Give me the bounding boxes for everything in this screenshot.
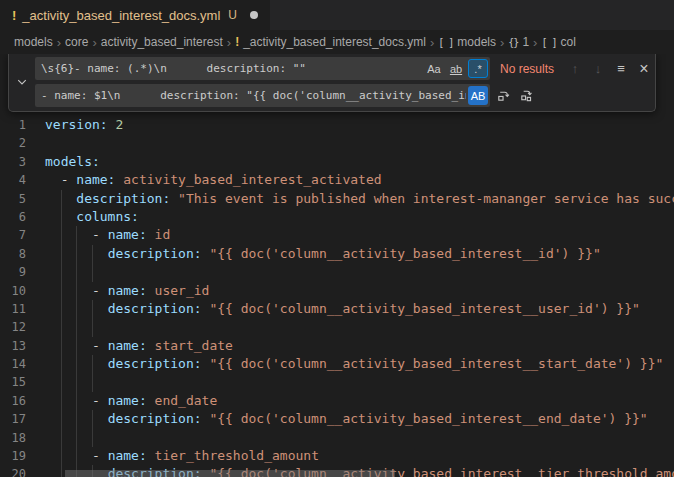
replace-all-button[interactable] bbox=[516, 86, 536, 106]
line-content: description: "{{ doc('column__activity_b… bbox=[45, 355, 674, 373]
indent-guide bbox=[76, 318, 77, 336]
replace-button[interactable] bbox=[493, 86, 513, 106]
line-number: 14 bbox=[0, 355, 26, 373]
breadcrumb-item[interactable]: activity_based_interest bbox=[101, 35, 223, 49]
breadcrumb-item[interactable]: !_activity_based_interest_docs.yml bbox=[235, 35, 426, 49]
indent-guide bbox=[61, 392, 62, 410]
line-content: - name: tier_threshold_amount bbox=[45, 447, 674, 465]
line-number: 3 bbox=[0, 153, 26, 171]
warning-file-icon: ! bbox=[12, 8, 16, 23]
line-number: 7 bbox=[0, 226, 26, 244]
code-line[interactable]: 18 bbox=[0, 429, 674, 447]
code-token bbox=[147, 393, 155, 408]
code-line[interactable]: 10 - name: user_id bbox=[0, 282, 674, 300]
regex-button[interactable]: .* bbox=[468, 59, 488, 78]
code-line[interactable]: 19 - name: tier_threshold_amount bbox=[0, 447, 674, 465]
breadcrumb-item[interactable]: [ ]models bbox=[438, 35, 496, 49]
find-row: \s{6}- name: (.*)\n description: "" Aa a… bbox=[35, 57, 651, 80]
close-button[interactable]: × bbox=[634, 59, 654, 79]
code-line[interactable]: 17 description: "{{ doc('column__activit… bbox=[0, 410, 674, 428]
code-token bbox=[147, 338, 155, 353]
code-line[interactable]: 15 bbox=[0, 373, 674, 391]
breadcrumb-item[interactable]: core bbox=[65, 35, 88, 49]
line-content bbox=[45, 263, 674, 281]
preserve-case-button[interactable]: AB bbox=[468, 86, 488, 105]
vscode-window: ! _activity_based_interest_docs.yml U mo… bbox=[0, 0, 674, 477]
code-line[interactable]: 12 bbox=[0, 318, 674, 336]
indent-guide bbox=[61, 465, 62, 477]
chevron-down-icon bbox=[16, 76, 28, 88]
breadcrumb-item[interactable]: [ ]col bbox=[541, 35, 575, 49]
code-token: name: bbox=[76, 172, 115, 187]
code-area: 1version: 223models:4 - name: activity_b… bbox=[0, 116, 674, 477]
indent-guide bbox=[92, 245, 93, 263]
line-content bbox=[45, 429, 674, 447]
code-line[interactable]: 2 bbox=[0, 134, 674, 152]
breadcrumb-item[interactable]: models bbox=[14, 35, 53, 49]
code-line[interactable]: 4 - name: activity_based_interest_activa… bbox=[0, 171, 674, 189]
find-input[interactable]: \s{6}- name: (.*)\n description: "" Aa a… bbox=[35, 57, 490, 80]
indent-guide bbox=[61, 318, 62, 336]
line-number: 17 bbox=[0, 410, 26, 428]
unsaved-changes-dot[interactable] bbox=[250, 11, 258, 19]
indent-guide bbox=[92, 263, 93, 281]
code-line[interactable]: 6 columns: bbox=[0, 208, 674, 226]
line-number: 19 bbox=[0, 447, 26, 465]
code-line[interactable]: 5 description: "This event is published … bbox=[0, 190, 674, 208]
next-match-button[interactable]: ↓ bbox=[588, 59, 608, 79]
breadcrumb-item[interactable]: {}1 bbox=[508, 35, 529, 49]
code-line[interactable]: 8 description: "{{ doc('column__activity… bbox=[0, 245, 674, 263]
code-token: description: bbox=[76, 191, 170, 206]
indent-guide bbox=[76, 392, 77, 410]
code-line[interactable]: 3models: bbox=[0, 153, 674, 171]
code-token: models: bbox=[45, 154, 100, 169]
indent-guide bbox=[76, 226, 77, 244]
code-line[interactable]: 11 description: "{{ doc('column__activit… bbox=[0, 300, 674, 318]
code-line[interactable]: 1version: 2 bbox=[0, 116, 674, 134]
replace-row: - name: $1\n description: "{{ doc('colum… bbox=[35, 84, 651, 107]
code-line[interactable]: 13 - name: start_date bbox=[0, 337, 674, 355]
line-number: 16 bbox=[0, 392, 26, 410]
indent-guide bbox=[61, 263, 62, 281]
line-number: 12 bbox=[0, 318, 26, 336]
breadcrumb: models›core›activity_based_interest›!_ac… bbox=[0, 30, 674, 54]
code-token: - bbox=[45, 172, 76, 187]
previous-match-button[interactable]: ↑ bbox=[565, 59, 585, 79]
indent-guide bbox=[92, 355, 93, 373]
code-line[interactable]: 7 - name: id bbox=[0, 226, 674, 244]
breadcrumb-label: models bbox=[14, 35, 53, 49]
indent-guide bbox=[61, 245, 62, 263]
breadcrumb-separator: › bbox=[500, 35, 504, 50]
breadcrumb-label: 1 bbox=[522, 35, 529, 49]
horizontal-scrollbar[interactable] bbox=[65, 470, 395, 477]
indent-guide bbox=[61, 429, 62, 447]
line-number: 18 bbox=[0, 429, 26, 447]
code-line[interactable]: 14 description: "{{ doc('column__activit… bbox=[0, 355, 674, 373]
code-token: name: bbox=[108, 283, 147, 298]
code-token: description: bbox=[108, 356, 202, 371]
code-token: description: bbox=[108, 246, 202, 261]
git-status-badge: U bbox=[228, 8, 237, 22]
line-number: 5 bbox=[0, 190, 26, 208]
toggle-replace-button[interactable] bbox=[9, 57, 35, 107]
code-line[interactable]: 9 bbox=[0, 263, 674, 281]
indent-guide bbox=[61, 337, 62, 355]
code-token: name: bbox=[108, 338, 147, 353]
find-in-selection-button[interactable]: ≡ bbox=[611, 59, 631, 79]
breadcrumb-label: col bbox=[560, 35, 575, 49]
code-line[interactable]: 16 - name: end_date bbox=[0, 392, 674, 410]
tab-title: _activity_based_interest_docs.yml bbox=[22, 8, 220, 23]
find-query-text: \s{6}- name: (.*)\n description: "" bbox=[41, 62, 422, 75]
line-number: 4 bbox=[0, 171, 26, 189]
indent-guide bbox=[76, 337, 77, 355]
match-case-button[interactable]: Aa bbox=[424, 59, 444, 78]
line-content: version: 2 bbox=[45, 116, 674, 134]
editor-pane[interactable]: 1version: 223models:4 - name: activity_b… bbox=[0, 54, 674, 477]
indent-guide bbox=[61, 190, 62, 208]
code-token: columns: bbox=[76, 209, 139, 224]
whole-word-button[interactable]: ab bbox=[446, 59, 466, 78]
indent-guide bbox=[76, 373, 77, 391]
editor-tab[interactable]: ! _activity_based_interest_docs.yml U bbox=[0, 0, 270, 30]
code-token bbox=[147, 448, 155, 463]
replace-input[interactable]: - name: $1\n description: "{{ doc('colum… bbox=[35, 84, 490, 107]
